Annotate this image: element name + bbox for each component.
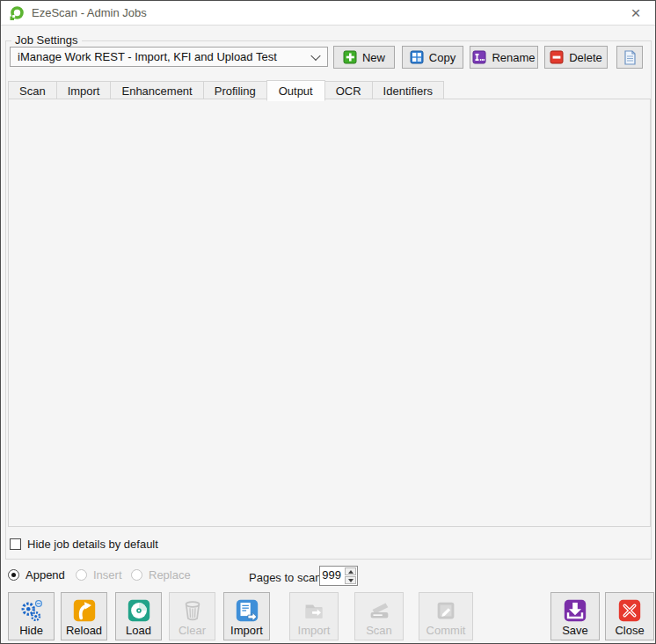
window-close-icon[interactable]: × [616, 1, 655, 25]
import-folder-button: Import [289, 592, 339, 640]
rename-button[interactable]: Rename [470, 46, 538, 69]
rename-button-label: Rename [492, 51, 535, 64]
load-button[interactable]: Load [115, 592, 162, 640]
reload-icon [71, 597, 98, 624]
close-button-label: Close [615, 624, 644, 637]
radio-label: Append [26, 568, 65, 582]
load-disc-icon [126, 597, 152, 624]
window-title: EzeScan - Admin Jobs [32, 6, 147, 19]
tab-output[interactable]: Output [266, 80, 325, 101]
title-bar: EzeScan - Admin Jobs × [1, 1, 655, 26]
commit-icon [433, 597, 459, 624]
import-folder-icon [301, 597, 327, 624]
save-button-label: Save [562, 624, 588, 637]
arrow-up-icon [348, 570, 354, 574]
ezescan-admin-jobs-window: EzeScan - Admin Jobs × Job Settings iMan… [0, 0, 656, 644]
radio-insert: Insert [76, 568, 122, 582]
commit-button-label: Commit [426, 624, 466, 637]
radio-dot [131, 569, 142, 581]
copy-button[interactable]: Copy [402, 46, 463, 69]
output-tab-panel [8, 99, 651, 527]
reload-button[interactable]: Reload [61, 592, 107, 640]
pages-to-scan-value: 999 [320, 567, 344, 585]
checkbox-hide-job-details[interactable]: Hide job details by default [10, 538, 158, 551]
spinner-up-button[interactable] [345, 567, 356, 575]
tab-scan[interactable]: Scan [8, 81, 57, 99]
radio-label: Replace [149, 568, 191, 582]
tab-profiling[interactable]: Profiling [203, 81, 267, 99]
pages-to-scan-spinner[interactable]: 999 [319, 566, 358, 586]
save-button[interactable]: Save [550, 592, 600, 640]
tab-enhancement[interactable]: Enhancement [110, 81, 203, 99]
radio-label: Insert [93, 568, 122, 582]
hide-button[interactable]: Hide [8, 592, 55, 640]
delete-icon [550, 50, 564, 64]
save-icon [562, 597, 588, 624]
new-button-label: New [362, 51, 385, 64]
radio-replace: Replace [131, 568, 191, 582]
copy-button-label: Copy [429, 51, 456, 64]
tab-ocr[interactable]: OCR [324, 81, 373, 99]
chevron-down-icon [310, 50, 320, 60]
scanner-icon [366, 597, 392, 624]
job-settings-group-label: Job Settings [11, 33, 82, 47]
copy-icon [410, 50, 424, 64]
close-button[interactable]: Close [605, 592, 654, 640]
arrow-down-icon [348, 579, 354, 582]
import-document-icon [234, 597, 260, 624]
reload-button-label: Reload [66, 624, 102, 637]
checkbox-box [10, 538, 21, 550]
import-button[interactable]: Import [223, 592, 270, 640]
import-folder-button-label: Import [298, 624, 331, 637]
close-icon [616, 597, 643, 624]
clear-button: Clear [169, 592, 215, 640]
job-notes-button[interactable] [616, 46, 643, 69]
hide-gears-icon [18, 597, 45, 624]
commit-button: Commit [419, 592, 473, 640]
tab-import[interactable]: Import [56, 81, 112, 99]
checkbox-label: Hide job details by default [27, 538, 158, 551]
delete-button-label: Delete [569, 51, 602, 64]
clear-button-label: Clear [179, 624, 206, 637]
rename-icon [472, 50, 486, 64]
job-selector-combobox[interactable]: iManage Work REST - Import, KFI and Uplo… [10, 47, 328, 67]
hide-button-label: Hide [19, 624, 43, 637]
radio-dot [76, 569, 87, 581]
radio-dot [8, 569, 19, 581]
new-button[interactable]: New [333, 46, 395, 69]
delete-button[interactable]: Delete [544, 46, 608, 69]
import-button-label: Import [230, 624, 263, 637]
scan-button-label: Scan [366, 624, 392, 637]
radio-append[interactable]: Append [8, 568, 65, 582]
tab-identifiers[interactable]: Identifiers [372, 81, 444, 99]
scan-button: Scan [354, 592, 404, 640]
trash-icon [179, 597, 206, 624]
tab-strip: Scan Import Enhancement Profiling Output… [8, 80, 443, 99]
document-icon [623, 50, 637, 65]
job-selector-value: iManage Work REST - Import, KFI and Uplo… [18, 50, 277, 63]
new-icon [343, 50, 357, 64]
ezescan-logo-icon [9, 5, 25, 21]
pages-to-scan-label: Pages to scan [249, 571, 321, 584]
load-button-label: Load [126, 624, 151, 637]
spinner-down-button[interactable] [345, 576, 356, 584]
